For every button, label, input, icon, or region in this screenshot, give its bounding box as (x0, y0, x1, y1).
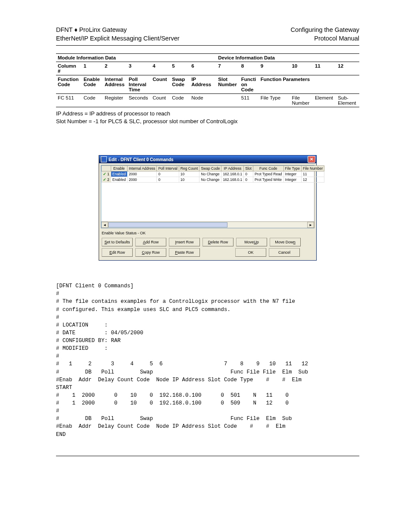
fh-6: IP Address (190, 75, 216, 94)
section-module: Module Information Data (56, 54, 216, 62)
fh-2: Internal Address (103, 75, 127, 94)
cell[interactable]: 0 (157, 177, 179, 183)
button-row-2: Edit RowCopy RowPaste RowOKCancel (99, 248, 316, 260)
rv-7 (216, 94, 239, 107)
col-10: 10 (290, 62, 313, 75)
gh-enable[interactable]: Enable (111, 166, 127, 171)
rv-10: File Number (290, 94, 313, 107)
header-right-2: Protocol Manual (314, 34, 359, 43)
cell[interactable]: 10 (179, 171, 199, 177)
dialog-button[interactable]: Insert Row (169, 238, 200, 246)
gh-poll[interactable]: Poll Interval (157, 166, 179, 171)
header-left-2: EtherNet/IP Explicit Messaging Client/Se… (56, 34, 180, 43)
col-8: 8 (240, 62, 259, 75)
func-label: Function Code (56, 75, 82, 94)
status-line: Enable Value Status - OK (99, 230, 316, 236)
edit-commands-window: Edit - DFNT Client 0 Commands ✕ Enable I… (99, 155, 317, 261)
dialog-button[interactable]: Add Row (135, 238, 166, 246)
dialog-button[interactable]: Copy Row (135, 248, 166, 257)
header-rule (56, 45, 359, 46)
scroll-right-icon[interactable]: ► (307, 222, 314, 228)
fh-1: Enable Code (82, 75, 103, 94)
module-device-table: Module Information Data Device Informati… (56, 53, 359, 107)
col-5: 5 (170, 62, 190, 75)
rv-11: Element (313, 94, 336, 107)
gh-ip[interactable]: IP Address (221, 166, 244, 171)
dialog-button[interactable]: Delete Row (202, 238, 234, 246)
row-label: FC 511 (56, 94, 82, 107)
rv-1: Code (82, 94, 103, 107)
cell[interactable]: 2000 (127, 171, 156, 177)
gh-swap[interactable]: Swap Code (199, 166, 221, 171)
cell[interactable]: 0 (157, 171, 179, 177)
cell[interactable]: 162.168.0.1 (221, 177, 244, 183)
scroll-left-icon[interactable]: ◄ (101, 222, 108, 228)
row-header[interactable]: ✓2 (102, 177, 111, 183)
gh-fnum[interactable]: File Number (301, 166, 324, 171)
col-2: 2 (103, 62, 127, 75)
cell[interactable]: Prot Typed Write (253, 177, 283, 183)
gh-func[interactable]: Func Code (253, 166, 283, 171)
cell[interactable]: 2000 (127, 177, 156, 183)
cell[interactable]: 12 (301, 177, 324, 183)
dialog-button[interactable]: Edit Row (102, 248, 133, 257)
cell[interactable]: No Change (199, 177, 221, 183)
col-4: 4 (151, 62, 170, 75)
fh-4: Count (151, 75, 170, 94)
check-icon: ✓ (103, 172, 107, 176)
table-row[interactable]: ✓2Enabled2000010No Change162.168.0.10Pro… (102, 177, 324, 183)
config-code-block: [DFNT Client 0 Commands] # # The file co… (56, 282, 359, 439)
dialog-button[interactable]: Set to Defaults (102, 238, 133, 246)
rv-4: Count (151, 94, 170, 107)
dialog-button[interactable]: Cancel (269, 248, 300, 257)
cell[interactable]: Integer (283, 177, 301, 183)
cell[interactable]: Enabled (111, 177, 127, 183)
fh-3: Poll Interval Time (127, 75, 151, 94)
dialog-button[interactable]: Move Down (270, 238, 301, 246)
cell[interactable]: Integer (283, 171, 301, 177)
horizontal-scrollbar[interactable]: ◄ ► (101, 221, 314, 228)
commands-grid[interactable]: Enable Internal Address Poll Interval Re… (101, 165, 324, 183)
cell[interactable]: 0 (244, 177, 253, 183)
cell[interactable]: 11 (301, 171, 324, 177)
fh-8: Function Code (240, 75, 259, 94)
titlebar[interactable]: Edit - DFNT Client 0 Commands ✕ (99, 156, 316, 163)
cell[interactable]: 0 (244, 171, 253, 177)
button-spacer (202, 248, 233, 257)
col-11: 11 (313, 62, 336, 75)
gh-ftype[interactable]: File Type (283, 166, 301, 171)
scroll-track[interactable] (108, 222, 307, 227)
window-title: Edit - DFNT Client 0 Commands (109, 157, 174, 162)
fh-5: Swap Code (170, 75, 190, 94)
cell[interactable]: No Change (199, 171, 221, 177)
col-9: 9 (259, 62, 290, 75)
close-icon[interactable]: ✕ (308, 156, 315, 163)
rv-5: Code (170, 94, 190, 107)
fh-9: Function Parameters (259, 75, 359, 94)
dialog-button[interactable]: Paste Row (169, 248, 200, 257)
app-icon (101, 156, 107, 162)
dialog-button[interactable]: OK (235, 248, 266, 257)
section-device: Device Information Data (216, 54, 359, 62)
gh-intaddr[interactable]: Internal Address (127, 166, 156, 171)
row-header[interactable]: ✓1 (102, 171, 111, 177)
cell[interactable]: 162.168.0.1 (221, 171, 244, 177)
gh-reg[interactable]: Reg Count (179, 166, 199, 171)
scroll-thumb[interactable] (108, 222, 227, 227)
cell[interactable]: Prot Typed Read (253, 171, 283, 177)
cell[interactable]: 10 (179, 177, 199, 183)
col-1: 1 (82, 62, 103, 75)
rv-8: 511 (240, 94, 259, 107)
col-12: 12 (336, 62, 359, 75)
table-row[interactable]: ✓1Enabled2000010No Change162.168.0.10Pro… (102, 171, 324, 177)
check-icon: ✓ (103, 177, 107, 182)
grid-empty-area[interactable] (101, 183, 314, 221)
gh-slot[interactable]: Slot (244, 166, 253, 171)
cell[interactable]: Enabled (111, 171, 127, 177)
rv-9: File Type (259, 94, 290, 107)
column-label: Column # (56, 62, 82, 75)
rv-3: Seconds (127, 94, 151, 107)
dialog-button[interactable]: Move Up (236, 238, 267, 246)
header-right-1: Configuring the Gateway (290, 26, 359, 34)
button-row-1: Set to DefaultsAdd RowInsert RowDelete R… (99, 236, 316, 248)
